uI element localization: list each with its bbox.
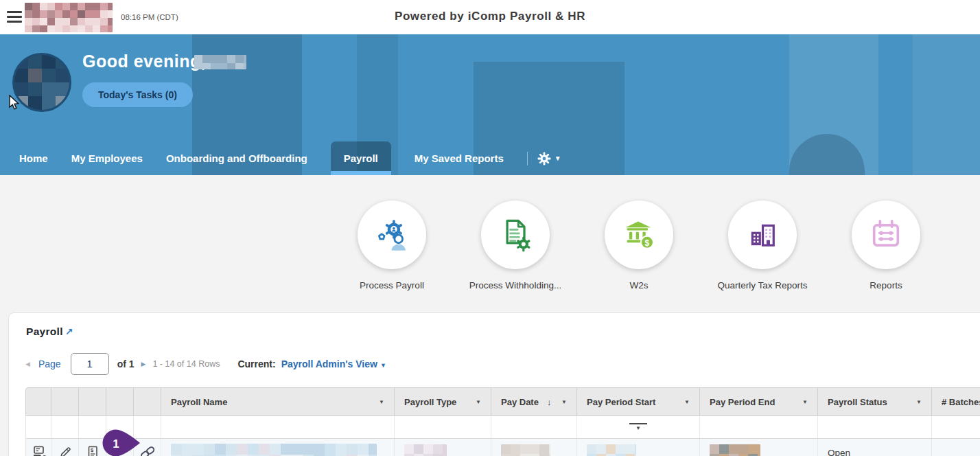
filter-cell-payroll-name[interactable] [161,416,395,438]
pagination-bar: ◀ Page of 1 ▶ 1 - 14 of 14 Rows Current:… [25,353,386,375]
quick-actions-row: Process Payroll [337,201,941,290]
chevron-down-icon[interactable]: ▼ [379,399,384,405]
document-gear-icon [498,217,533,253]
chevron-down-icon[interactable]: ▼ [802,399,808,405]
pay-period-end-redacted [710,444,760,456]
column-label: Payroll Type [404,397,456,407]
tab-home[interactable]: Home [19,141,48,175]
avatar[interactable] [12,53,71,112]
column-header-payroll-name[interactable]: Payroll Name ▼ [161,388,395,415]
cell-pay-period-start[interactable] [577,439,700,456]
payroll-register-icon: $ [32,446,46,456]
column-label: Payroll Status [828,397,887,407]
payroll-register-button[interactable]: $ [26,439,51,456]
page-number-input[interactable] [71,353,109,375]
tab-label: Payroll [344,152,378,164]
chevron-down-icon[interactable]: ▼ [561,399,567,405]
quick-action-quarterly-tax: Quarterly Tax Reports [708,201,817,290]
filter-cell-pay-period-end[interactable] [700,416,818,438]
payroll-name-redacted [171,444,377,456]
tab-label: Home [19,152,48,164]
column-header-payroll-type[interactable]: Payroll Type ▼ [395,388,491,415]
payroll-gears-person-icon [374,217,410,253]
column-label: Payroll Name [171,397,227,407]
active-tab-underline [331,171,391,175]
tab-label: My Saved Reports [415,152,504,164]
tab-my-saved-reports[interactable]: My Saved Reports [415,141,504,175]
payroll-table: Payroll Name ▼ Payroll Type ▼ Pay Date ↓… [25,387,980,456]
cell-payroll-name[interactable] [161,439,395,456]
filter-cell [51,416,79,438]
w2s-button[interactable]: $ [605,201,673,269]
avatar-photo-redacted [14,55,69,110]
settings-gear-menu[interactable]: ▼ [537,152,561,166]
header-empty-cell [106,388,134,415]
panel-title-text: Payroll [26,326,63,337]
view-selector[interactable]: Payroll Admin's View▼ [281,358,386,369]
column-header-pay-period-start[interactable]: Pay Period Start ▼ [577,388,700,415]
edit-row-button[interactable] [51,439,79,456]
top-bar: 08:16 PM (CDT) Powered by iComp Payroll … [0,0,980,34]
quarterly-tax-reports-button[interactable] [728,201,797,269]
process-withholding-button[interactable] [481,201,550,269]
tab-label: My Employees [71,152,143,164]
quick-action-process-payroll: Process Payroll [337,201,447,290]
hero-banner: Good evening, Today's Tasks (0) Home My … [0,34,980,175]
column-header-pay-date[interactable]: Pay Date ↓ ▼ [491,388,577,415]
cell-payroll-type[interactable] [395,439,491,456]
panel-title[interactable]: Payroll↗ [26,326,73,338]
tab-my-employees[interactable]: My Employees [71,141,143,175]
quick-action-label: W2s [630,280,649,290]
current-view-label: Current: [237,358,275,369]
filter-cell-pay-period-start[interactable]: ▼ [577,416,700,438]
todays-tasks-button[interactable]: Today's Tasks (0) [82,82,193,107]
user-name-redacted [194,55,246,69]
next-page-icon[interactable]: ▶ [141,361,146,367]
column-header-payroll-status[interactable]: Payroll Status ▼ [818,388,932,415]
hero-photo-overlay [913,34,980,175]
sort-desc-icon: ↓ [547,397,552,407]
paystub-document-icon: $ [86,446,100,456]
page-of-label: of 1 [117,358,135,369]
calendar-dots-icon [868,217,904,253]
chevron-down-icon[interactable]: ▼ [684,399,690,405]
view-selector-text: Payroll Admin's View [281,358,377,369]
powered-by-title: Powered by iComp Payroll & HR [0,10,980,23]
cell-payroll-status[interactable]: Open [818,439,932,456]
primary-nav: Home My Employees Onboarding and Offboar… [19,141,561,175]
quick-action-process-withholding: Process Withholding... [460,201,570,290]
link-icon [139,445,156,456]
filter-cell-num-batches[interactable] [932,416,980,438]
filter-cell-payroll-type[interactable] [395,416,491,438]
cell-num-batches[interactable] [932,439,980,456]
column-header-pay-period-end[interactable]: Pay Period End ▼ [700,388,818,415]
filter-cell-payroll-status[interactable] [818,416,932,438]
filter-cell [26,416,51,438]
header-empty-cell [134,388,161,415]
chevron-down-icon[interactable]: ▼ [476,399,481,405]
payroll-status-value: Open [828,448,850,456]
quick-action-reports: Reports [831,201,941,290]
cell-pay-period-end[interactable] [700,439,818,456]
tab-payroll[interactable]: Payroll [331,141,391,175]
reports-button[interactable] [852,201,920,269]
cell-pay-date[interactable] [491,439,577,456]
header-empty-cell [79,388,106,415]
column-label: Pay Period Start [587,397,655,407]
column-header-num-batches[interactable]: # Batches [932,388,980,415]
header-empty-cell [51,388,79,415]
buildings-icon [745,217,780,253]
table-row[interactable]: $ $ [25,439,980,456]
edit-pencil-icon [58,446,72,456]
prev-page-icon[interactable]: ◀ [25,361,30,367]
process-payroll-button[interactable] [358,201,426,269]
filter-cell-pay-date[interactable] [491,416,577,438]
filter-dropdown-icon[interactable]: ▼ [629,423,647,432]
quick-action-w2s: $ W2s [584,201,694,290]
chevron-down-icon[interactable]: ▼ [916,399,922,405]
quick-action-label: Process Withholding... [469,280,561,290]
tab-onboarding-offboarding[interactable]: Onboarding and Offboarding [166,141,307,175]
quick-action-label: Process Payroll [360,280,424,290]
page-label: Page [38,358,61,369]
tab-label: Onboarding and Offboarding [166,152,307,164]
